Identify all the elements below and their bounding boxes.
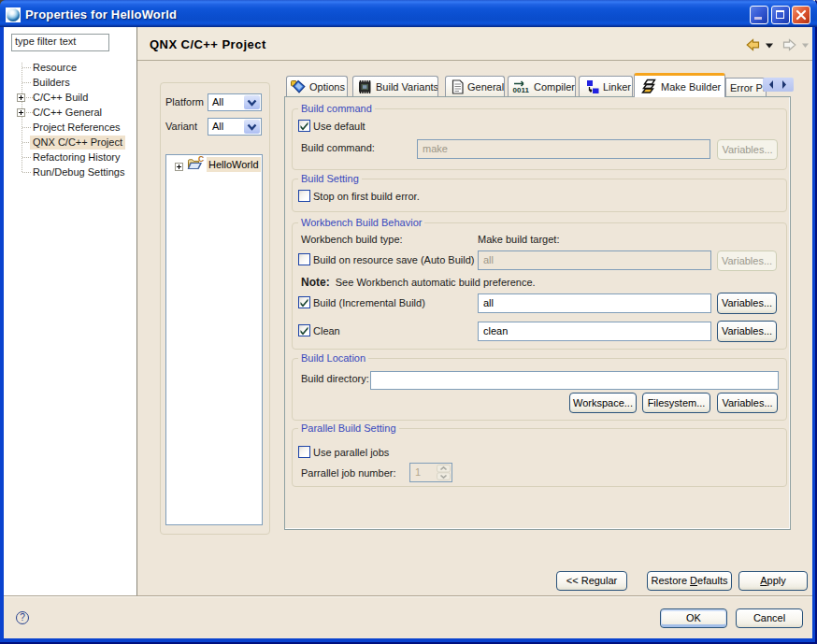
svg-text:0011: 0011 [513, 86, 530, 94]
svg-text:C: C [198, 156, 204, 164]
